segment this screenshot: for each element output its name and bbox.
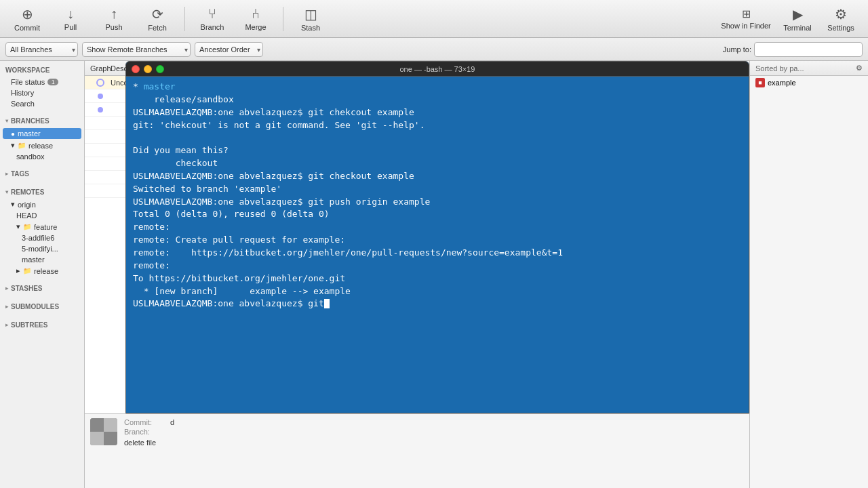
- col-graph-header: Graph: [90, 64, 111, 73]
- feature-folder-icon: 📁: [23, 223, 31, 230]
- origin-expand-icon: ▾: [11, 200, 15, 209]
- submodules-label: SUBMODULES: [11, 303, 59, 310]
- tags-header[interactable]: ▸ TAGS: [0, 167, 84, 180]
- svg-point-2: [98, 107, 103, 113]
- finder-label: Show in Finder: [721, 22, 770, 30]
- right-panel: Sorted by pa... ⚙ ■ example: [749, 61, 868, 488]
- addfile6-label: 3-addfile6: [22, 234, 54, 242]
- push-btn[interactable]: ↑ Push: [95, 3, 133, 35]
- stashes-header[interactable]: ▸ STASHES: [0, 282, 84, 295]
- bottom-panel: Commit: d Branch: delete file: [85, 413, 749, 488]
- terminal-body[interactable]: * master release/sandbox USLMAABVELAZQMB…: [126, 77, 749, 413]
- sidebar-item-modifyi[interactable]: 5-modifyi...: [0, 243, 84, 254]
- sidebar-item-search[interactable]: Search: [0, 98, 84, 109]
- merge-btn[interactable]: ⑃ Merge: [237, 3, 275, 35]
- branch-icon: ⑂: [208, 6, 216, 22]
- sidebar-item-origin[interactable]: ▾ origin: [0, 199, 84, 210]
- right-panel-toolbar: Sorted by pa... ⚙: [750, 61, 868, 76]
- pull-label: Pull: [64, 23, 77, 31]
- toolbar-sep-2: [283, 7, 283, 31]
- terminal-window: one — -bash — 73×19 * master release/san…: [125, 61, 749, 413]
- sidebar-item-history[interactable]: History: [0, 87, 84, 98]
- order-filter-select[interactable]: Ancestor Order Date Order: [195, 42, 263, 57]
- push-label: Push: [105, 23, 122, 31]
- graph-dot-2: [90, 103, 111, 117]
- search-label: Search: [11, 100, 35, 108]
- stashes-chevron: ▸: [5, 285, 8, 291]
- submodules-section: ▸ SUBMODULES: [0, 298, 84, 316]
- terminal-titlebar: one — -bash — 73×19: [126, 62, 749, 77]
- sidebar-item-remote-release[interactable]: ▸ 📁 release: [0, 265, 84, 277]
- commit-label: Commit: [14, 24, 40, 32]
- stashes-section: ▸ STASHES: [0, 279, 84, 298]
- terminal-icon: ▶: [793, 6, 803, 22]
- right-panel-settings-btn[interactable]: ⚙: [853, 62, 865, 74]
- branches-chevron: ▾: [5, 118, 8, 124]
- svg-point-1: [98, 94, 103, 99]
- commit-icon: ⊕: [22, 6, 33, 22]
- branch-filter-select[interactable]: All Branches master release/sandbox: [5, 42, 78, 57]
- delete-file-label: delete file: [124, 439, 744, 447]
- remotes-header[interactable]: ▾ REMOTES: [0, 186, 84, 199]
- subtrees-header[interactable]: ▸ SUBTREES: [0, 319, 84, 331]
- stash-icon-example: ■: [755, 78, 765, 87]
- remotes-chevron: ▾: [5, 189, 8, 195]
- commit-btn[interactable]: ⊕ Commit: [8, 3, 46, 35]
- head-label: HEAD: [16, 211, 37, 220]
- terminal-maximize-btn[interactable]: [156, 65, 164, 73]
- file-status-label: File status: [11, 78, 45, 86]
- settings-label: Settings: [827, 24, 854, 32]
- remote-release-folder-icon: 📁: [23, 267, 31, 274]
- terminal-close-btn[interactable]: [132, 65, 140, 73]
- fetch-label: Fetch: [148, 24, 167, 32]
- sidebar-item-remote-master[interactable]: master: [0, 254, 84, 265]
- active-branch-dot: ●: [11, 130, 15, 138]
- stash-item-example[interactable]: ■ example: [750, 76, 868, 89]
- order-filter-wrapper: Ancestor Order Date Order: [195, 42, 263, 57]
- svg-rect-6: [90, 432, 104, 445]
- terminal-minimize-btn[interactable]: [144, 65, 152, 73]
- sidebar-item-head[interactable]: HEAD: [0, 210, 84, 221]
- sidebar-item-addfile6[interactable]: 3-addfile6: [0, 232, 84, 243]
- tags-section: ▸ TAGS: [0, 165, 84, 183]
- fetch-btn[interactable]: ⟳ Fetch: [138, 3, 176, 35]
- finder-btn[interactable]: ⊞ Show in Finder: [719, 3, 773, 35]
- settings-btn[interactable]: ⚙ Settings: [822, 3, 860, 35]
- sidebar-item-sandbox[interactable]: sandbox: [0, 151, 84, 162]
- workspace-header[interactable]: WORKSPACE: [0, 64, 84, 77]
- stash-label-example: example: [768, 79, 796, 87]
- branch-btn[interactable]: ⑂ Branch: [193, 3, 231, 35]
- terminal-output: * master release/sandbox USLMAABVELAZQMB…: [133, 81, 742, 310]
- sidebar-item-feature-folder[interactable]: ▾ 📁 feature: [0, 221, 84, 232]
- jump-to-input[interactable]: [754, 42, 863, 57]
- push-icon: ↑: [111, 6, 117, 22]
- remote-filter-select[interactable]: Show Remote Branches Hide Remote Branche…: [82, 42, 191, 57]
- graph-dot-0: [90, 76, 111, 89]
- commit-info-value: d: [170, 418, 174, 426]
- terminal-btn[interactable]: ▶ Terminal: [778, 3, 816, 35]
- remote-filter-wrapper: Show Remote Branches Hide Remote Branche…: [82, 42, 191, 57]
- subtrees-section: ▸ SUBTREES: [0, 316, 84, 334]
- subtrees-chevron: ▸: [5, 322, 8, 328]
- sidebar-item-master[interactable]: ● master: [3, 128, 81, 139]
- sorted-by-label: Sorted by pa...: [753, 64, 850, 73]
- jump-to-section: Jump to:: [723, 42, 863, 57]
- branches-header[interactable]: ▾ BRANCHES: [0, 115, 84, 127]
- submodules-header[interactable]: ▸ SUBMODULES: [0, 300, 84, 313]
- modifyi-label: 5-modifyi...: [22, 245, 58, 253]
- terminal-label: Terminal: [783, 24, 812, 32]
- stash-btn[interactable]: ◫ Stash: [292, 3, 330, 35]
- merge-label: Merge: [245, 23, 266, 31]
- sidebar-item-release-folder[interactable]: ▾ 📁 release: [0, 140, 84, 151]
- workspace-section: WORKSPACE File status 1 History Search: [0, 61, 84, 112]
- commit-info-label: Commit:: [124, 418, 165, 426]
- release-folder-label: release: [28, 142, 53, 150]
- merge-icon: ⑃: [252, 6, 260, 22]
- submodules-chevron: ▸: [5, 304, 8, 310]
- remote-master-label: master: [22, 256, 45, 264]
- subtrees-label: SUBTREES: [11, 321, 47, 329]
- pull-btn[interactable]: ↓ Pull: [52, 3, 90, 35]
- sidebar-item-file-status[interactable]: File status 1: [0, 77, 84, 87]
- remote-release-expand: ▸: [16, 266, 20, 275]
- release-folder-icon: ▾: [11, 141, 15, 150]
